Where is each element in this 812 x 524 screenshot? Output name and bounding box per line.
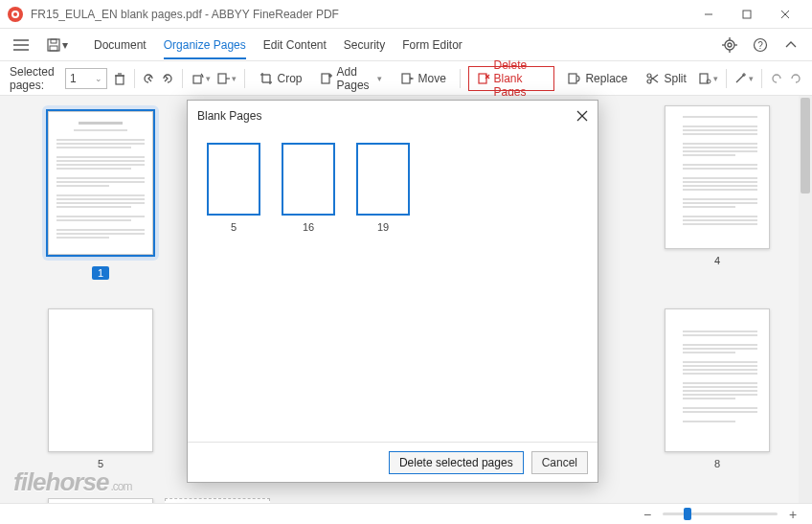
chevron-down-icon: ▾ <box>377 74 382 83</box>
crop-icon <box>259 71 274 86</box>
enhance-button[interactable]: ▾ <box>733 67 754 90</box>
svg-rect-11 <box>50 46 57 51</box>
hamburger-menu-icon[interactable] <box>8 32 34 58</box>
page-number: 1 <box>92 266 109 280</box>
tab-document[interactable]: Document <box>94 31 147 59</box>
view-tabs: Document Organize Pages Edit Content Sec… <box>94 31 462 59</box>
svg-rect-24 <box>218 74 226 83</box>
crop-button[interactable]: Crop <box>253 67 308 90</box>
split-button[interactable]: Split <box>639 67 691 90</box>
page-number: 4 <box>714 255 720 266</box>
blank-page-preview <box>207 143 260 216</box>
watermark-brand: filehorse <box>13 467 108 496</box>
page-preview <box>665 308 770 452</box>
collapse-button[interactable] <box>778 32 804 58</box>
blank-pages-dialog: Blank Pages 5 16 19 Delete selected page… <box>187 100 598 483</box>
rotate-button[interactable]: ▾ <box>191 67 211 90</box>
save-dropdown[interactable]: ▾ <box>38 32 77 58</box>
window-controls <box>689 1 804 28</box>
page-gear-icon <box>698 72 711 85</box>
undo-button[interactable] <box>142 67 155 90</box>
redo-icon <box>789 72 802 85</box>
close-icon <box>576 110 588 122</box>
extract-button[interactable]: ▾ <box>216 67 237 90</box>
app-icon <box>8 7 23 22</box>
page-arrow-icon <box>216 72 230 85</box>
selected-pages-select[interactable]: 1 ⌄ <box>65 68 107 89</box>
separator <box>134 69 135 88</box>
move-button[interactable]: Move <box>394 67 452 90</box>
add-pages-button[interactable]: Add Pages ▾ <box>314 67 388 90</box>
blank-page-thumb[interactable]: 19 <box>356 143 410 233</box>
svg-rect-3 <box>743 11 751 18</box>
selected-pages-value: 1 <box>70 72 77 85</box>
page-thumbnail[interactable]: 4 <box>659 105 776 280</box>
page-preview <box>48 308 153 452</box>
minimize-button[interactable] <box>689 1 728 28</box>
undo2-button[interactable] <box>770 67 783 90</box>
delete-button[interactable] <box>113 67 126 90</box>
separator <box>726 69 727 88</box>
page-number: 8 <box>714 458 720 469</box>
undo-icon <box>770 72 783 85</box>
watermark-tld: .com <box>110 480 131 493</box>
svg-rect-23 <box>193 76 201 83</box>
settings-button[interactable] <box>716 32 743 58</box>
vertical-scrollbar[interactable] <box>799 96 812 503</box>
watermark: filehorse.com <box>13 467 131 497</box>
split-label: Split <box>664 72 686 85</box>
dialog-body: 5 16 19 <box>188 131 598 442</box>
blank-page-number: 19 <box>377 221 389 233</box>
scrollbar-thumb[interactable] <box>801 98 810 194</box>
tab-security[interactable]: Security <box>344 31 385 59</box>
help-icon: ? <box>753 37 768 53</box>
svg-text:?: ? <box>757 40 763 51</box>
zoom-out-button[interactable]: − <box>640 507 655 522</box>
blank-page-preview <box>282 143 335 216</box>
tab-organize-pages[interactable]: Organize Pages <box>164 31 246 59</box>
svg-rect-20 <box>116 76 124 84</box>
move-label: Move <box>418 72 446 85</box>
dialog-footer: Delete selected pages Cancel <box>188 442 598 482</box>
rotate-icon <box>191 72 204 85</box>
page-options-button[interactable]: ▾ <box>698 67 718 90</box>
page-preview <box>665 105 770 249</box>
window-title: FR15_EULA_EN blank pages.pdf - ABBYY Fin… <box>31 8 689 21</box>
crop-label: Crop <box>278 72 303 85</box>
redo-button[interactable] <box>161 67 174 90</box>
chevron-up-icon <box>785 41 797 49</box>
help-button[interactable]: ? <box>747 32 774 58</box>
replace-icon <box>566 71 581 86</box>
page-thumbnail[interactable]: 5 <box>42 308 159 469</box>
close-button[interactable] <box>766 1 804 28</box>
dialog-title: Blank Pages <box>197 109 261 123</box>
zoom-slider-thumb[interactable] <box>684 508 691 520</box>
page-thumbnail[interactable]: 1 <box>42 105 159 280</box>
delete-blank-label: Delete Blank Pages <box>494 58 547 99</box>
cancel-button[interactable]: Cancel <box>531 451 588 474</box>
svg-line-44 <box>736 75 744 82</box>
wand-icon <box>733 72 747 85</box>
blank-page-thumb[interactable]: 16 <box>282 143 335 233</box>
redo-icon <box>161 72 174 85</box>
redo2-button[interactable] <box>789 67 802 90</box>
replace-label: Replace <box>585 72 627 85</box>
separator <box>761 69 762 88</box>
zoom-in-button[interactable]: + <box>785 507 801 522</box>
save-icon <box>47 38 60 52</box>
tab-edit-content[interactable]: Edit Content <box>263 31 327 59</box>
delete-blank-pages-button[interactable]: Delete Blank Pages <box>468 66 555 91</box>
dialog-close-button[interactable] <box>576 110 588 122</box>
maximize-button[interactable] <box>728 1 766 28</box>
separator <box>460 69 461 88</box>
zoom-slider[interactable] <box>663 513 778 515</box>
trash-icon <box>113 72 126 85</box>
blank-page-thumb[interactable]: 5 <box>207 143 260 233</box>
chevron-down-icon: ▾ <box>62 38 68 52</box>
tab-form-editor[interactable]: Form Editor <box>402 31 462 59</box>
delete-selected-pages-button[interactable]: Delete selected pages <box>389 451 524 474</box>
blank-page-number: 16 <box>303 221 314 233</box>
separator <box>244 69 245 88</box>
replace-button[interactable]: Replace <box>560 67 633 90</box>
page-thumbnail[interactable]: 8 <box>659 308 776 469</box>
